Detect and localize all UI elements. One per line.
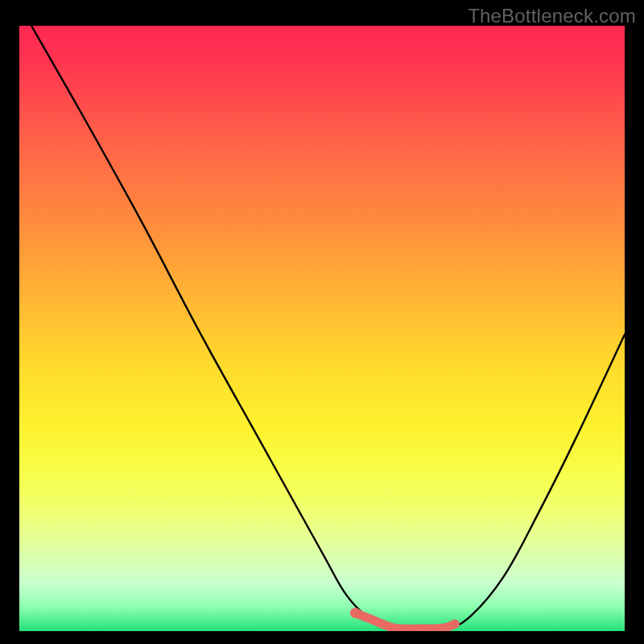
watermark: TheBottleneck.com xyxy=(468,5,636,27)
optimal-start-dot xyxy=(350,608,361,618)
plot-area xyxy=(19,26,625,631)
curve-layer xyxy=(19,26,625,631)
optimal-highlight xyxy=(355,613,455,629)
bottleneck-curve xyxy=(31,26,625,629)
chart-container: TheBottleneck.com xyxy=(0,0,644,644)
